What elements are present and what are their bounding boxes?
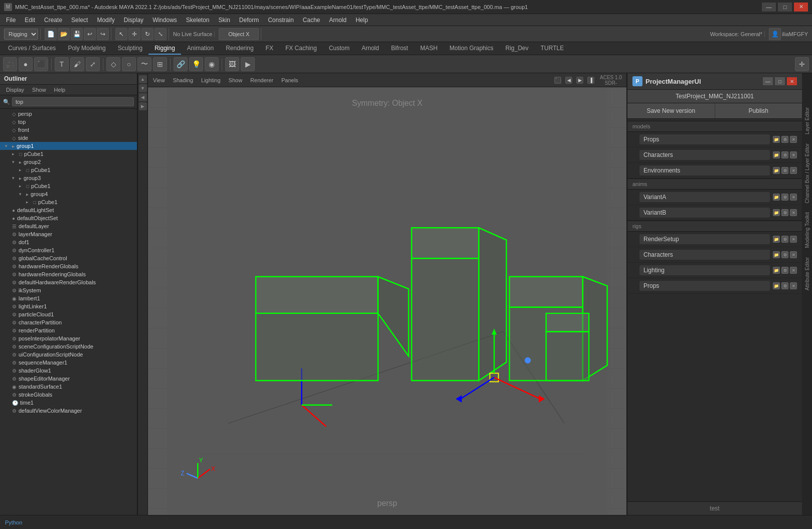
paint-icon-btn[interactable]: 🖌: [70, 57, 84, 71]
menu-item-deform[interactable]: Deform: [235, 16, 263, 25]
menu-item-display[interactable]: Display: [120, 16, 147, 25]
pm-maximize-btn[interactable]: □: [775, 77, 785, 85]
outliner-menu-show[interactable]: Show: [30, 86, 48, 94]
module-tab-animation[interactable]: Animation: [181, 42, 220, 55]
outliner-item-time1[interactable]: 🕐time1: [0, 399, 137, 407]
pm-minimize-btn[interactable]: —: [763, 77, 773, 85]
pm-item-lighting[interactable]: Lighting📁⚙✕: [627, 263, 802, 278]
pm-item-action-2[interactable]: ✕: [790, 209, 797, 216]
constraint-icon-btn[interactable]: 🔗: [174, 57, 188, 71]
outliner-item-group3[interactable]: ▾▸group3: [0, 174, 137, 182]
module-tab-sculpting[interactable]: Sculpting: [112, 42, 148, 55]
outliner-menu-display[interactable]: Display: [4, 86, 26, 94]
pm-item-action-0[interactable]: 📁: [773, 167, 780, 174]
pm-item-action-0[interactable]: 📁: [773, 151, 780, 158]
outliner-item-sceneconfigurationscriptnode[interactable]: ⚙sceneConfigurationScriptNode: [0, 342, 137, 350]
outliner-item-group4[interactable]: ▾▸group4: [0, 190, 137, 198]
outliner-item-defaultviewcolormanager[interactable]: ⚙defaultViewColorManager: [0, 407, 137, 415]
tool-strip-btn2[interactable]: ▼: [139, 84, 147, 92]
pm-item-action-1[interactable]: ⚙: [781, 282, 788, 289]
curve-icon-btn[interactable]: 〜: [137, 57, 151, 71]
module-tab-bifrost[interactable]: Bifrost: [385, 42, 414, 55]
outliner-item-hardwarerenderglobals[interactable]: ⚙hardwareRenderGlobals: [0, 262, 137, 270]
nurbs-icon-btn[interactable]: ○: [122, 57, 136, 71]
pm-item-rendersetup[interactable]: RenderSetup📁⚙✕: [627, 232, 802, 247]
scale-tool-btn[interactable]: ⤡: [154, 28, 167, 40]
pm-item-action-1[interactable]: ⚙: [781, 194, 788, 201]
expand-arrow[interactable]: ▾: [12, 175, 17, 181]
pm-close-btn[interactable]: ✕: [787, 77, 797, 85]
outliner-item-standardsurface1[interactable]: ◉standardSurface1: [0, 383, 137, 391]
expand-arrow[interactable]: ▾: [5, 143, 10, 148]
vp-btn2[interactable]: ◀: [565, 77, 572, 84]
outliner-item-characterpartition[interactable]: ⚙characterPartition: [0, 318, 137, 326]
outliner-item-pcube1[interactable]: ▸□pCube1: [0, 182, 137, 190]
viewport-shading-menu[interactable]: Shading: [171, 76, 195, 84]
object-mode-btn[interactable]: Object X: [219, 28, 259, 40]
outliner-item-sequencemanager1[interactable]: ⚙sequenceManager1: [0, 359, 137, 367]
vp-btn1[interactable]: ⬛: [554, 77, 561, 84]
pm-item-props[interactable]: Props📁⚙✕: [627, 132, 802, 147]
poly-icon-btn[interactable]: ◇: [106, 57, 120, 71]
vtab-modeling_toolkit[interactable]: Modeling Toolkit: [802, 208, 812, 252]
camera-icon-btn[interactable]: 🎥: [3, 57, 17, 71]
outliner-item-defaultlayer[interactable]: ☰defaultLayer: [0, 222, 137, 230]
outliner-item-lightlinker1[interactable]: ⚙lightLinker1: [0, 302, 137, 310]
pm-item-action-1[interactable]: ⚙: [781, 236, 788, 243]
outliner-item-front[interactable]: ◇front: [0, 126, 137, 134]
outliner-item-defaultobjectset[interactable]: ●defaultObjectSet: [0, 214, 137, 222]
outliner-item-side[interactable]: ◇side: [0, 134, 137, 142]
menu-item-skin[interactable]: Skin: [215, 16, 234, 25]
maximize-button[interactable]: □: [778, 3, 792, 12]
pm-item-action-1[interactable]: ⚙: [781, 167, 788, 174]
vtab-channel_box___layer_editor[interactable]: Channel Box / Layer Editor: [802, 139, 812, 208]
expand-arrow[interactable]: ▸: [19, 167, 24, 172]
outliner-item-shaderglow1[interactable]: ⚙shaderGlow1: [0, 367, 137, 375]
menu-item-file[interactable]: File: [2, 16, 20, 25]
pm-item-varianta[interactable]: VariantA📁⚙✕: [627, 190, 802, 205]
pm-item-action-0[interactable]: 📁: [773, 282, 780, 289]
outliner-item-hardwarerenderingglobals[interactable]: ⚙hardwareRenderingGlobals: [0, 270, 137, 278]
cube-icon-btn[interactable]: ⬛: [34, 57, 48, 71]
outliner-menu-help[interactable]: Help: [52, 86, 68, 94]
tool-strip-btn4[interactable]: ▶: [139, 102, 147, 110]
outliner-item-globalcachecontrol[interactable]: ⚙globalCacheControl: [0, 254, 137, 262]
outliner-item-pcube1[interactable]: ▸□pCube1: [0, 198, 137, 206]
open-scene-btn[interactable]: 📂: [58, 28, 70, 40]
pm-item-props[interactable]: Props📁⚙✕: [627, 278, 802, 294]
module-tab-rigging[interactable]: Rigging: [148, 42, 181, 55]
expand-arrow[interactable]: ▸: [12, 151, 17, 156]
module-tab-mash[interactable]: MASH: [414, 42, 444, 55]
outliner-item-iksystem[interactable]: ⚙ikSystem: [0, 286, 137, 294]
menu-item-skeleton[interactable]: Skeleton: [182, 16, 214, 25]
save-new-version-btn[interactable]: Save New version: [627, 103, 715, 118]
light-icon-btn[interactable]: 💡: [189, 57, 203, 71]
module-tab-fx[interactable]: FX: [260, 42, 279, 55]
render-icon-btn[interactable]: 🖼: [225, 57, 239, 71]
pm-item-action-1[interactable]: ⚙: [781, 251, 788, 258]
mode-dropdown[interactable]: Rigging: [4, 29, 38, 40]
outliner-item-dof1[interactable]: ⚙dof1: [0, 238, 137, 246]
pm-item-action-2[interactable]: ✕: [790, 251, 797, 258]
outliner-item-layermanager[interactable]: ⚙layerManager: [0, 230, 137, 238]
outliner-item-group2[interactable]: ▾▸group2: [0, 158, 137, 166]
menu-item-create[interactable]: Create: [40, 16, 66, 25]
viewport-panels-menu[interactable]: Panels: [279, 76, 300, 84]
outliner-item-renderpartition[interactable]: ⚙renderPartition: [0, 326, 137, 334]
viewport-show-menu[interactable]: Show: [227, 76, 245, 84]
deform-icon-btn[interactable]: ⤢: [86, 57, 100, 71]
expand-arrow[interactable]: ▾: [12, 159, 17, 164]
rotate-tool-btn[interactable]: ↻: [141, 28, 153, 40]
close-button[interactable]: ✕: [794, 3, 808, 12]
outliner-item-defaultlightset[interactable]: ●defaultLightSet: [0, 206, 137, 214]
search-input[interactable]: [12, 97, 134, 106]
outliner-item-uiconfigurationscriptnode[interactable]: ⚙uiConfigurationScriptNode: [0, 350, 137, 359]
module-tab-fx_caching[interactable]: FX Caching: [279, 42, 323, 55]
tool-strip-btn1[interactable]: ▲: [139, 75, 147, 83]
pm-item-action-0[interactable]: 📁: [773, 267, 780, 274]
select-tool-btn[interactable]: ↖: [115, 28, 127, 40]
sphere-icon-btn[interactable]: ●: [19, 57, 33, 71]
module-tab-arnold[interactable]: Arnold: [356, 42, 385, 55]
mat-icon-btn[interactable]: ◉: [205, 57, 219, 71]
pm-item-variantb[interactable]: VariantB📁⚙✕: [627, 205, 802, 221]
